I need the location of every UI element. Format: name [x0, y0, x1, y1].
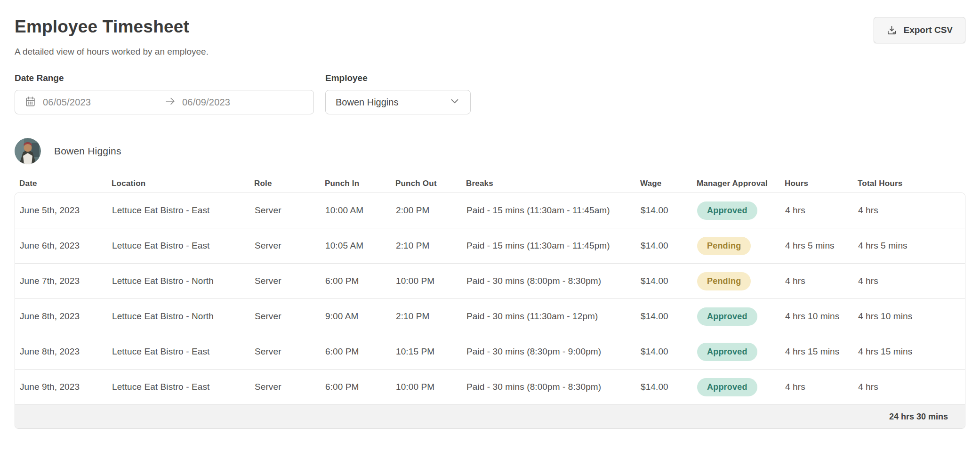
cell-approval: Pending [692, 272, 780, 290]
cell-punch-out: 10:00 PM [391, 382, 462, 392]
cell-breaks: Paid - 15 mins (11:30am - 11:45pm) [462, 241, 636, 251]
column-header-manager-approval: Manager Approval [692, 179, 780, 188]
approval-status-badge: Approved [697, 307, 757, 326]
cell-location: Lettuce Eat Bistro - North [107, 311, 250, 322]
cell-punch-in: 6:00 PM [321, 382, 391, 392]
cell-total-hours: 4 hrs [853, 382, 965, 392]
table-row: June 9th, 2023Lettuce Eat Bistro - EastS… [15, 370, 965, 405]
page-subtitle: A detailed view of hours worked by an em… [15, 46, 209, 57]
page-header: Employee Timesheet A detailed view of ho… [15, 12, 965, 57]
filters-row: Date Range 06/05/2023 06/09/2023 [15, 73, 965, 114]
page-title: Employee Timesheet [15, 16, 209, 38]
cell-total-hours: 4 hrs 10 mins [853, 311, 965, 322]
cell-breaks: Paid - 30 mins (8:00pm - 8:30pm) [462, 382, 636, 392]
table-body: June 5th, 2023Lettuce Eat Bistro - EastS… [15, 193, 965, 405]
cell-role: Server [250, 311, 321, 322]
cell-location: Lettuce Eat Bistro - East [107, 346, 250, 357]
export-csv-label: Export CSV [903, 25, 953, 35]
employee-select[interactable]: Bowen Higgins [325, 90, 471, 114]
timesheet-table: June 5th, 2023Lettuce Eat Bistro - EastS… [15, 193, 965, 429]
column-header-date: Date [15, 179, 107, 188]
employee-select-value: Bowen Higgins [336, 97, 398, 108]
cell-role: Server [250, 346, 321, 357]
table-row: June 5th, 2023Lettuce Eat Bistro - EastS… [15, 193, 965, 228]
date-range-label: Date Range [15, 73, 314, 83]
cell-location: Lettuce Eat Bistro - East [107, 205, 250, 216]
calendar-icon [24, 96, 36, 109]
cell-location: Lettuce Eat Bistro - North [107, 276, 250, 286]
cell-punch-out: 2:00 PM [391, 205, 462, 216]
cell-approval: Approved [692, 201, 780, 220]
cell-location: Lettuce Eat Bistro - East [107, 382, 250, 392]
date-range-filter: Date Range 06/05/2023 06/09/2023 [15, 73, 314, 114]
cell-hours: 4 hrs [780, 276, 853, 286]
cell-approval: Approved [692, 378, 780, 396]
table-header-row: DateLocationRolePunch InPunch OutBreaksW… [15, 174, 965, 193]
cell-punch-in: 6:00 PM [321, 346, 391, 357]
column-header-hours: Hours [780, 179, 853, 188]
column-header-punch-in: Punch In [320, 179, 391, 188]
export-csv-button[interactable]: Export CSV [874, 17, 965, 43]
cell-role: Server [250, 276, 321, 286]
cell-date: June 9th, 2023 [15, 382, 107, 392]
cell-approval: Approved [692, 343, 780, 361]
cell-date: June 6th, 2023 [15, 241, 107, 251]
cell-punch-out: 2:10 PM [391, 311, 462, 322]
employee-label: Employee [325, 73, 471, 83]
avatar [15, 138, 41, 164]
download-icon [886, 25, 897, 36]
approval-status-badge: Approved [697, 343, 757, 361]
cell-punch-out: 10:00 PM [391, 276, 462, 286]
cell-date: June 7th, 2023 [15, 276, 107, 286]
total-hours-value: 24 hrs 30 mins [889, 412, 948, 422]
column-header-total-hours: Total Hours [853, 179, 965, 188]
cell-wage: $14.00 [636, 276, 692, 286]
arrow-right-icon [164, 95, 177, 109]
cell-role: Server [250, 241, 321, 251]
cell-hours: 4 hrs 10 mins [780, 311, 853, 322]
employee-identity: Bowen Higgins [15, 138, 965, 164]
cell-punch-out: 2:10 PM [391, 241, 462, 251]
approval-status-badge: Pending [697, 272, 751, 290]
cell-wage: $14.00 [636, 346, 692, 357]
start-date-value[interactable]: 06/05/2023 [43, 97, 164, 108]
cell-total-hours: 4 hrs 5 mins [853, 241, 965, 251]
cell-date: June 5th, 2023 [15, 205, 107, 216]
cell-total-hours: 4 hrs [853, 276, 965, 286]
cell-approval: Approved [692, 307, 780, 326]
table-footer-row: 24 hrs 30 mins [15, 405, 965, 428]
table-row: June 8th, 2023Lettuce Eat Bistro - EastS… [15, 334, 965, 370]
cell-total-hours: 4 hrs 15 mins [853, 346, 965, 357]
date-range-input[interactable]: 06/05/2023 06/09/2023 [15, 90, 314, 114]
end-date-value[interactable]: 06/09/2023 [182, 97, 230, 108]
cell-wage: $14.00 [636, 205, 692, 216]
column-header-wage: Wage [635, 179, 692, 188]
employee-name: Bowen Higgins [54, 145, 121, 157]
cell-hours: 4 hrs 15 mins [780, 346, 853, 357]
cell-date: June 8th, 2023 [15, 311, 107, 322]
column-header-location: Location [107, 179, 249, 188]
cell-wage: $14.00 [636, 311, 692, 322]
table-row: June 6th, 2023Lettuce Eat Bistro - EastS… [15, 228, 965, 264]
cell-wage: $14.00 [636, 382, 692, 392]
cell-hours: 4 hrs [780, 382, 853, 392]
chevron-down-icon [449, 95, 461, 109]
table-row: June 7th, 2023Lettuce Eat Bistro - North… [15, 264, 965, 299]
cell-breaks: Paid - 30 mins (8:00pm - 8:30pm) [462, 276, 636, 286]
cell-punch-in: 10:05 AM [321, 241, 391, 251]
cell-breaks: Paid - 15 mins (11:30am - 11:45am) [462, 205, 636, 216]
cell-location: Lettuce Eat Bistro - East [107, 241, 250, 251]
cell-punch-in: 9:00 AM [321, 311, 391, 322]
cell-date: June 8th, 2023 [15, 346, 107, 357]
cell-breaks: Paid - 30 mins (11:30am - 12pm) [462, 311, 636, 322]
table-row: June 8th, 2023Lettuce Eat Bistro - North… [15, 299, 965, 334]
cell-hours: 4 hrs [780, 205, 853, 216]
column-header-role: Role [249, 179, 320, 188]
approval-status-badge: Approved [697, 201, 757, 220]
cell-role: Server [250, 205, 321, 216]
cell-approval: Pending [692, 237, 780, 255]
approval-status-badge: Pending [697, 237, 751, 255]
cell-wage: $14.00 [636, 241, 692, 251]
cell-breaks: Paid - 30 mins (8:30pm - 9:00pm) [462, 346, 636, 357]
cell-hours: 4 hrs 5 mins [780, 241, 853, 251]
